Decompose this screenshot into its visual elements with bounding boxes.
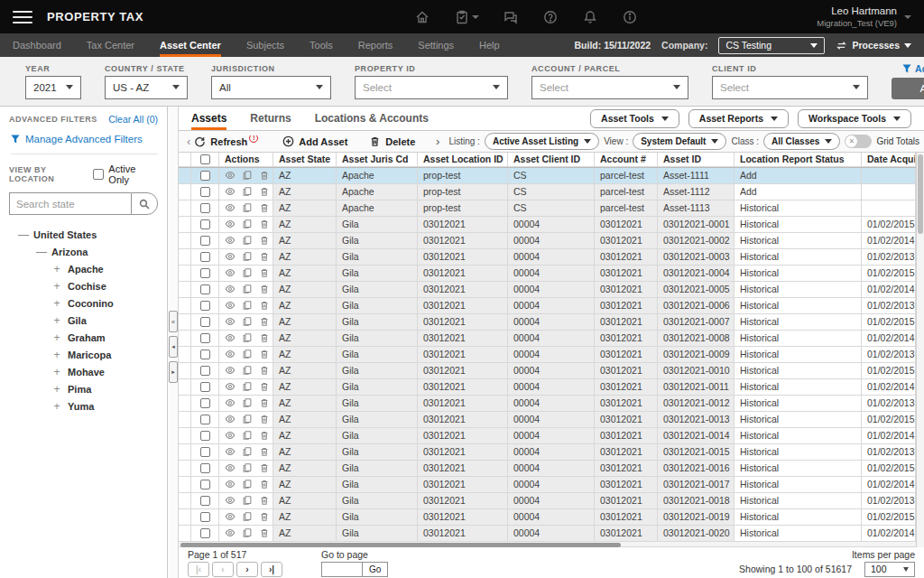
column-header-location-report-status[interactable]: Location Report Status — [735, 153, 862, 167]
search-button[interactable] — [131, 192, 158, 215]
collapse-icon[interactable]: — — [18, 228, 27, 241]
advanced-filters-link[interactable]: Advanced (0) — [902, 63, 924, 74]
table-row[interactable]: AZGila03012021000040301202103012021-0016… — [179, 461, 916, 477]
tree-item-united-states[interactable]: —United States — [9, 226, 158, 243]
expand-icon[interactable]: + — [52, 263, 61, 275]
row-actions[interactable] — [219, 379, 273, 396]
row-actions[interactable] — [219, 396, 273, 412]
expand-icon[interactable]: + — [52, 383, 61, 396]
row-actions[interactable] — [219, 347, 273, 363]
table-row[interactable]: AZGila03012021000040301202103012021-0018… — [179, 493, 916, 509]
collapse-icon[interactable]: — — [36, 246, 45, 258]
tree-item-apache[interactable]: +Apache — [9, 260, 158, 277]
row-actions[interactable] — [219, 168, 273, 184]
row-actions[interactable] — [219, 217, 273, 233]
collapse-all-button[interactable]: « — [169, 311, 178, 332]
row-actions[interactable] — [219, 266, 273, 282]
toolbar-scroll-right-icon[interactable]: › — [432, 135, 443, 148]
row-checkbox[interactable] — [191, 509, 219, 526]
tasks-icon[interactable] — [454, 9, 479, 25]
row-actions[interactable] — [219, 314, 273, 331]
column-header-date-acquired[interactable]: Date Acquired — [862, 153, 916, 167]
collapse-left-button[interactable]: ◂ — [169, 336, 178, 358]
row-actions[interactable] — [219, 461, 273, 477]
expand-icon[interactable]: + — [52, 331, 61, 344]
table-row[interactable]: AZGila03012021000040301202103012021-0006… — [179, 298, 916, 314]
row-actions[interactable] — [219, 282, 273, 298]
user-menu[interactable]: Leo Hartmann Migration_Test (VE9) — [817, 5, 911, 28]
row-actions[interactable] — [219, 428, 273, 444]
table-row[interactable]: AZGila03012021000040301202103012021-0009… — [179, 347, 916, 363]
table-row[interactable]: AZGila03012021000040301202103012021-0013… — [179, 412, 916, 428]
next-page-button[interactable]: › — [236, 562, 258, 577]
table-row[interactable]: AZGila03012021000040301202103012021-0015… — [179, 444, 916, 461]
nav-item-dashboard[interactable]: Dashboard — [13, 33, 61, 57]
table-row[interactable]: AZGila03012021000040301202103012021-0011… — [179, 379, 916, 396]
grid-totals-toggle[interactable]: ✕ — [845, 135, 872, 148]
row-actions[interactable] — [219, 477, 273, 493]
company-select[interactable]: CS Testing — [718, 37, 825, 54]
expand-icon[interactable]: + — [52, 400, 61, 413]
row-checkbox[interactable] — [191, 396, 219, 412]
row-checkbox[interactable] — [191, 200, 219, 217]
table-row[interactable]: AZGila03012021000040301202103012021-0004… — [179, 266, 916, 282]
row-actions[interactable] — [219, 363, 273, 379]
nav-item-tax-center[interactable]: Tax Center — [87, 33, 134, 57]
row-checkbox[interactable] — [191, 168, 219, 184]
nav-item-tools[interactable]: Tools — [310, 33, 333, 57]
filter-select-account-parcel[interactable]: Select — [531, 76, 688, 99]
delete-button[interactable]: Delete — [369, 135, 415, 147]
row-checkbox[interactable] — [191, 493, 219, 509]
row-actions[interactable] — [219, 526, 273, 542]
expand-icon[interactable]: + — [52, 314, 61, 327]
row-checkbox[interactable] — [191, 428, 219, 444]
row-checkbox[interactable] — [191, 282, 219, 298]
row-checkbox[interactable] — [191, 526, 219, 542]
go-button[interactable]: Go — [363, 562, 388, 577]
items-per-page-select[interactable]: 100 — [864, 562, 915, 577]
row-checkbox[interactable] — [191, 331, 219, 347]
active-only-checkbox[interactable]: Active Only — [93, 163, 158, 185]
row-actions[interactable] — [219, 331, 273, 347]
row-checkbox[interactable] — [191, 184, 219, 200]
row-checkbox[interactable] — [191, 266, 219, 282]
table-row[interactable]: AZGila03012021000040301202103012021-0007… — [179, 314, 916, 331]
row-actions[interactable] — [219, 493, 273, 509]
asset-reports-button[interactable]: Asset Reports — [688, 109, 789, 128]
row-checkbox[interactable] — [191, 363, 219, 379]
first-page-button[interactable]: |‹ — [188, 562, 209, 577]
nav-item-settings[interactable]: Settings — [418, 33, 454, 57]
help-icon[interactable] — [542, 9, 559, 25]
tree-item-coconino[interactable]: +Coconino — [9, 294, 158, 312]
table-row[interactable]: AZApacheprop-testCSparcel-testAsset-1113… — [179, 200, 916, 217]
table-row[interactable]: AZGila03012021000040301202103012021-0017… — [179, 477, 916, 493]
nav-item-help[interactable]: Help — [479, 33, 500, 57]
table-row[interactable]: AZGila03012021000040301202103012021-0012… — [179, 396, 916, 412]
home-icon[interactable] — [414, 9, 430, 25]
filter-select-client-id[interactable]: Select — [712, 76, 868, 99]
row-actions[interactable] — [219, 412, 273, 428]
tree-item-gila[interactable]: +Gila — [9, 312, 158, 329]
info-icon[interactable] — [622, 9, 638, 25]
toolbar-scroll-left-icon[interactable]: ‹ — [183, 135, 194, 148]
row-actions[interactable] — [219, 200, 273, 217]
panel-splitter[interactable]: « ◂ ▸ — [168, 107, 179, 578]
column-header-asset-location-id[interactable]: Asset Location ID — [418, 153, 508, 167]
notifications-icon[interactable] — [582, 9, 598, 25]
row-actions[interactable] — [219, 298, 273, 314]
tree-item-pima[interactable]: +Pima — [9, 380, 158, 397]
manage-advanced-filters-link[interactable]: Manage Advanced Filters — [25, 134, 143, 144]
table-row[interactable]: AZGila03012021000040301202103012021-0002… — [179, 233, 916, 249]
column-header-account-[interactable]: Account # — [595, 153, 658, 167]
listing-select[interactable]: Active Asset Listing — [485, 133, 599, 150]
asset-tools-button[interactable]: Asset Tools — [590, 109, 679, 128]
table-row[interactable]: AZGila03012021000040301202103012021-0014… — [179, 428, 916, 444]
tab-locations-accounts[interactable]: Locations & Accounts — [315, 107, 429, 130]
column-header-asset-juris-cd[interactable]: Asset Juris Cd — [337, 153, 418, 167]
expand-icon[interactable]: + — [52, 349, 61, 361]
filter-select-jurisdiction[interactable]: All — [211, 76, 331, 99]
row-checkbox[interactable] — [191, 217, 219, 233]
prev-page-button[interactable]: ‹ — [212, 562, 234, 577]
expand-right-button[interactable]: ▸ — [169, 361, 178, 383]
column-header-actions[interactable]: Actions — [219, 153, 273, 167]
